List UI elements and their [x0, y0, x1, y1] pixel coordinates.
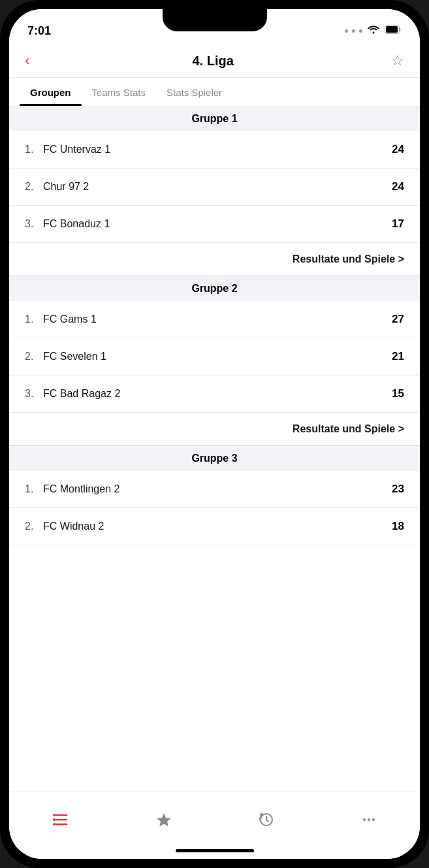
team-name: FC Sevelen 1: [43, 351, 392, 362]
bottom-tab-bar: [9, 792, 420, 845]
team-rank: 1.: [25, 144, 43, 155]
team-rank: 1.: [25, 483, 43, 495]
more-icon: [361, 812, 377, 831]
team-rank: 2.: [25, 521, 43, 532]
team-rank: 2.: [25, 351, 43, 362]
team-rank: 1.: [25, 313, 43, 325]
favorite-star-button[interactable]: ☆: [391, 52, 404, 69]
back-button[interactable]: ‹: [25, 50, 35, 72]
content-area: Gruppe 1 1. FC Untervaz 1 24 2. Chur 97 …: [9, 106, 420, 792]
status-time: 7:01: [27, 24, 51, 38]
table-row: 1. FC Gams 1 27: [9, 301, 420, 338]
tab-bar: Groupen Teams Stats Stats Spieler: [9, 78, 420, 106]
status-bar: 7:01: [9, 9, 420, 44]
team-name: FC Gams 1: [43, 313, 392, 325]
team-rank: 3.: [25, 388, 43, 400]
bottom-tab-favorites[interactable]: [146, 809, 182, 834]
tab-groupen[interactable]: Groupen: [20, 78, 82, 106]
page-title: 4. Liga: [192, 54, 233, 69]
table-row: 2. FC Widnau 2 18: [9, 508, 420, 545]
phone-screen: 7:01: [9, 9, 420, 859]
nav-header: ‹ 4. Liga ☆: [9, 44, 420, 78]
team-points: 21: [392, 350, 404, 363]
battery-icon: [385, 25, 402, 37]
table-row: 2. Chur 97 2 24: [9, 169, 420, 206]
gruppe-1-results-link[interactable]: Resultate und Spiele >: [9, 243, 420, 276]
star-icon: [156, 812, 172, 831]
team-rank: 3.: [25, 218, 43, 230]
gruppe-2-results-link[interactable]: Resultate und Spiele >: [9, 413, 420, 446]
home-bar: [176, 849, 254, 852]
team-name: FC Montlingen 2: [43, 483, 392, 495]
team-name: FC Bad Ragaz 2: [43, 388, 392, 400]
phone-frame: 7:01: [0, 0, 429, 868]
wifi-icon: [368, 25, 379, 37]
tab-stats-spieler[interactable]: Stats Spieler: [156, 78, 232, 106]
team-points: 18: [392, 520, 404, 533]
table-row: 2. FC Sevelen 1 21: [9, 338, 420, 376]
team-points: 17: [392, 217, 404, 231]
svg-point-5: [53, 814, 56, 816]
team-name: FC Bonaduz 1: [43, 218, 392, 230]
table-row: 1. FC Untervaz 1 24: [9, 131, 420, 169]
svg-point-7: [53, 823, 56, 826]
bottom-tab-more[interactable]: [351, 809, 387, 834]
signal-dot-3: [359, 29, 362, 33]
signal-dot-1: [345, 29, 348, 33]
team-points: 27: [392, 313, 404, 326]
tab-teams-stats[interactable]: Teams Stats: [82, 78, 157, 106]
team-rank: 2.: [25, 181, 43, 193]
home-indicator: [9, 845, 420, 859]
gruppe-1-header: Gruppe 1: [9, 106, 420, 131]
table-row: 3. FC Bonaduz 1 17: [9, 206, 420, 243]
table-row: 1. FC Montlingen 2 23: [9, 471, 420, 508]
status-icons: [345, 25, 402, 37]
list-icon: [52, 812, 69, 831]
table-row: 3. FC Bad Ragaz 2 15: [9, 376, 420, 413]
svg-point-10: [368, 818, 370, 821]
team-points: 24: [392, 143, 404, 156]
team-name: Chur 97 2: [43, 181, 392, 193]
team-points: 24: [392, 180, 404, 193]
team-points: 15: [392, 387, 404, 400]
team-points: 23: [392, 483, 404, 496]
svg-point-6: [53, 818, 56, 821]
bottom-tab-history[interactable]: [248, 809, 285, 834]
svg-point-9: [363, 818, 366, 821]
gruppe-3-header: Gruppe 3: [9, 446, 420, 471]
svg-point-11: [372, 818, 375, 821]
svg-rect-1: [386, 26, 398, 33]
team-name: FC Untervaz 1: [43, 144, 392, 155]
notch: [163, 9, 267, 31]
signal-dot-2: [352, 29, 355, 33]
bottom-tab-list[interactable]: [42, 810, 80, 833]
gruppe-2-header: Gruppe 2: [9, 276, 420, 301]
team-name: FC Widnau 2: [43, 521, 392, 532]
history-icon: [259, 812, 274, 831]
